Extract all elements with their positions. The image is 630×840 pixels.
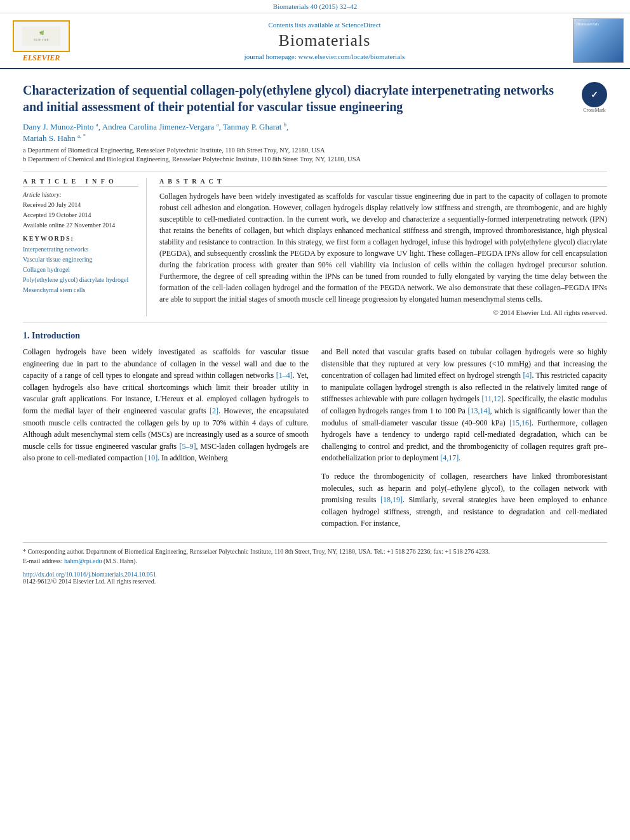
journal-title-block: Contents lists available at ScienceDirec… <box>83 21 566 60</box>
keywords-list: Interpenetrating networks Vascular tissu… <box>23 244 138 295</box>
introduction-section: 1. Introduction Collagen hydrogels have … <box>23 331 607 530</box>
email-address: E-mail address: hahm@rpi.edu (M.S. Hahn)… <box>23 556 607 566</box>
article-info: A R T I C L E I N F O Article history: R… <box>23 178 147 316</box>
copyright: © 2014 Elsevier Ltd. All rights reserved… <box>159 309 607 316</box>
received-date: Received 20 July 2014 <box>23 201 138 210</box>
svg-text:🌿: 🌿 <box>39 30 44 36</box>
introduction-body: Collagen hydrogels have been widely inve… <box>23 346 607 530</box>
journal-name: Biomaterials <box>83 31 566 50</box>
article-title-section: Characterization of sequential collagen-… <box>23 82 607 115</box>
issn-section: 0142-9612/© 2014 Elsevier Ltd. All right… <box>23 578 607 585</box>
svg-text:ELSEVIER: ELSEVIER <box>34 38 49 41</box>
footnote: * Corresponding author. Department of Bi… <box>23 542 607 566</box>
journal-thumbnail: Biomaterials <box>573 18 624 63</box>
journal-header: 🌿 ELSEVIER ELSEVIER Contents lists avail… <box>0 13 630 69</box>
article-info-abstract: A R T I C L E I N F O Article history: R… <box>23 178 607 316</box>
available-date: Available online 27 November 2014 <box>23 221 138 230</box>
doi-section: http://dx.doi.org/10.1016/j.biomaterials… <box>23 571 607 578</box>
introduction-heading: 1. Introduction <box>23 331 607 341</box>
article-title: Characterization of sequential collagen-… <box>23 82 569 115</box>
intro-col1: Collagen hydrogels have been widely inve… <box>23 346 309 530</box>
authors: Dany J. Munoz-Pinto a, Andrea Carolina J… <box>23 121 607 143</box>
svg-rect-0 <box>22 27 60 46</box>
article-history: Article history: <box>23 190 138 199</box>
intro-col2: and Bell noted that vascular grafts base… <box>321 346 607 530</box>
elsevier-logo: 🌿 ELSEVIER ELSEVIER <box>6 18 76 63</box>
crossmark[interactable]: ✓ CrossMark <box>582 82 607 113</box>
abstract: A B S T R A C T Collagen hydrogels have … <box>159 178 607 316</box>
affiliations: a Department of Biomedical Engineering, … <box>23 146 607 164</box>
abstract-text: Collagen hydrogels have been widely inve… <box>159 190 607 305</box>
main-content: Characterization of sequential collagen-… <box>0 69 630 591</box>
corresponding-author: * Corresponding author. Department of Bi… <box>23 547 607 556</box>
page-ref: Biomaterials 40 (2015) 32–42 <box>0 0 630 13</box>
accepted-date: Accepted 19 October 2014 <box>23 211 138 220</box>
